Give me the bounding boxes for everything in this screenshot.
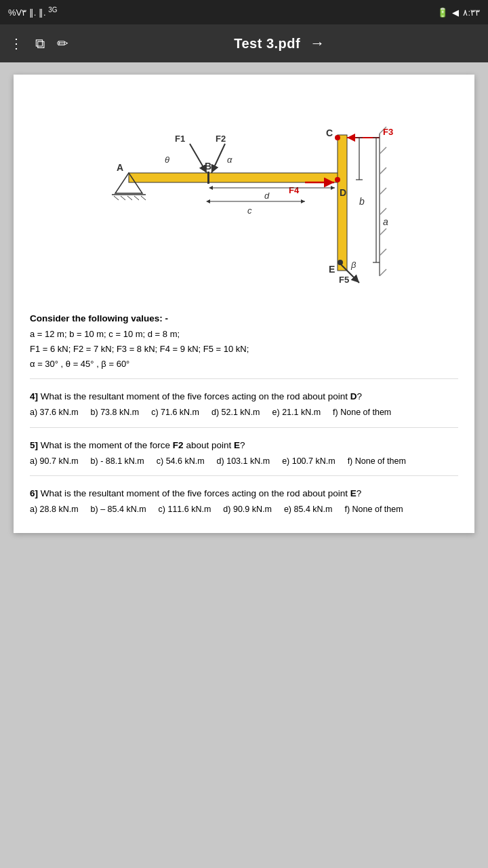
svg-text:C: C <box>326 127 333 138</box>
svg-line-34 <box>190 144 207 173</box>
arrow-icon: ◀ <box>452 7 459 18</box>
svg-point-12 <box>335 177 340 182</box>
svg-text:E: E <box>329 264 335 275</box>
svg-text:F5: F5 <box>339 275 349 285</box>
question-4-text: 4] What is the resultant moment of the f… <box>30 391 458 401</box>
status-bar: %V٣ ‖. ‖. 3G 🔋 ◀ ٨:٣٣ <box>0 0 488 24</box>
q4-ans-a: a) 37.6 kN.m <box>30 406 79 420</box>
svg-line-37 <box>211 144 225 173</box>
q6-ans-e: e) 85.4 kN.m <box>284 502 333 517</box>
q4-answers: a) 37.6 kN.m b) 73.8 kN.m c) 71.6 kN.m d… <box>30 406 458 420</box>
svg-line-6 <box>127 196 132 200</box>
svg-rect-0 <box>129 173 346 182</box>
main-content: A B D C E β F5 b <box>0 62 488 868</box>
force-diagram: A B D C E β F5 b <box>75 90 413 307</box>
q5-ans-c: c) 54.6 kN.m <box>157 454 205 469</box>
status-time: ٨:٣٣ <box>463 7 480 18</box>
svg-line-8 <box>141 196 146 200</box>
svg-line-28 <box>380 249 386 256</box>
document-title: Test 3.pdf → <box>81 35 479 52</box>
q4-point: D <box>350 391 357 401</box>
q6-ans-f: f) None of them <box>344 502 403 517</box>
svg-line-5 <box>121 196 125 200</box>
diagram-container: A B D C E β F5 b <box>30 90 458 307</box>
divider-2 <box>30 427 458 428</box>
svg-line-23 <box>380 147 386 154</box>
q4-ans-e: e) 21.1 kN.m <box>272 406 321 420</box>
values-line2: F1 = 6 kN; F2 = 7 kN; F3 = 8 kN; F4 = 9 … <box>30 344 249 354</box>
svg-text:b: b <box>359 196 365 207</box>
svg-rect-9 <box>207 172 209 184</box>
status-left: %V٣ ‖. ‖. 3G <box>8 6 58 18</box>
open-external-icon[interactable]: ⧉ <box>35 36 45 52</box>
svg-line-29 <box>380 269 386 276</box>
svg-line-27 <box>380 229 386 235</box>
q5-ans-b: b) - 88.1 kN.m <box>91 454 144 469</box>
q5-ans-d: d) 103.1 kN.m <box>217 454 270 469</box>
consider-label: Consider the following values: - <box>30 313 458 323</box>
svg-text:D: D <box>340 187 346 198</box>
q5-ans-e: e) 100.7 kN.m <box>282 454 336 469</box>
q5-ans-f: f) None of them <box>348 454 406 469</box>
more-options-icon[interactable]: ⋮ <box>9 35 23 52</box>
q5-answers: a) 90.7 kN.m b) - 88.1 kN.m c) 54.6 kN.m… <box>30 454 458 469</box>
q6-answers: a) 28.8 kN.m b) – 85.4 kN.m c) 111.6 kN.… <box>30 502 458 517</box>
question-4-block: 4] What is the resultant moment of the f… <box>30 391 458 420</box>
q4-ans-b: b) 73.8 kN.m <box>91 406 140 420</box>
q4-ans-f: f) None of them <box>333 406 391 420</box>
svg-text:F2: F2 <box>216 134 226 144</box>
status-network-text: %V٣ ‖. ‖. 3G <box>8 6 58 18</box>
q4-ans-c: c) 71.6 kN.m <box>151 406 199 420</box>
q6-ans-a: a) 28.8 kN.m <box>30 502 79 517</box>
svg-line-25 <box>380 188 386 195</box>
q5-force: F2 <box>173 440 184 450</box>
question-6-block: 6] What is the resultant moment of the f… <box>30 488 458 517</box>
svg-point-13 <box>335 135 340 140</box>
question-6-text: 6] What is the resultant moment of the f… <box>30 488 458 498</box>
pdf-page: A B D C E β F5 b <box>14 75 474 533</box>
question-5-text: 5] What is the moment of the force F2 ab… <box>30 440 458 450</box>
q6-number: 6] <box>30 488 41 498</box>
svg-text:F1: F1 <box>175 134 185 144</box>
q4-ans-d: d) 52.1 kN.m <box>211 406 260 420</box>
values-line3: α = 30° , θ = 45° , β = 60° <box>30 359 129 369</box>
q5-point: E <box>234 440 240 450</box>
svg-text:α: α <box>227 155 232 165</box>
svg-line-7 <box>134 196 139 200</box>
question-5-block: 5] What is the moment of the force F2 ab… <box>30 440 458 469</box>
status-right: 🔋 ◀ ٨:٣٣ <box>437 7 480 18</box>
q6-point: E <box>350 488 357 498</box>
svg-text:d: d <box>264 191 270 201</box>
svg-text:a: a <box>383 216 388 227</box>
edit-icon[interactable]: ✏ <box>57 35 68 52</box>
q5-number: 5] <box>30 440 41 450</box>
divider-1 <box>30 378 458 379</box>
svg-line-26 <box>380 208 386 215</box>
svg-line-24 <box>380 167 386 174</box>
q4-number: 4] <box>30 391 41 401</box>
svg-text:F3: F3 <box>383 127 393 137</box>
svg-text:F4: F4 <box>289 185 300 195</box>
q6-ans-b: b) – 85.4 kN.m <box>91 502 146 517</box>
values-line1: a = 12 m; b = 10 m; c = 10 m; d = 8 m; <box>30 329 180 339</box>
label-A: A <box>117 162 123 173</box>
q6-ans-d: d) 90.9 kN.m <box>223 502 272 517</box>
divider-3 <box>30 475 458 476</box>
svg-text:θ: θ <box>165 155 169 165</box>
q5-ans-a: a) 90.7 kN.m <box>30 454 79 469</box>
svg-text:β: β <box>350 260 357 270</box>
toolbar: ⋮ ⧉ ✏ Test 3.pdf → <box>0 24 488 62</box>
svg-line-4 <box>114 196 119 200</box>
svg-text:c: c <box>247 205 252 216</box>
q6-ans-c: c) 111.6 kN.m <box>159 502 211 517</box>
svg-rect-1 <box>338 135 347 271</box>
values-text: a = 12 m; b = 10 m; c = 10 m; d = 8 m; F… <box>30 327 458 372</box>
toolbar-arrow-icon[interactable]: → <box>310 35 325 52</box>
battery-icon: 🔋 <box>437 7 448 18</box>
